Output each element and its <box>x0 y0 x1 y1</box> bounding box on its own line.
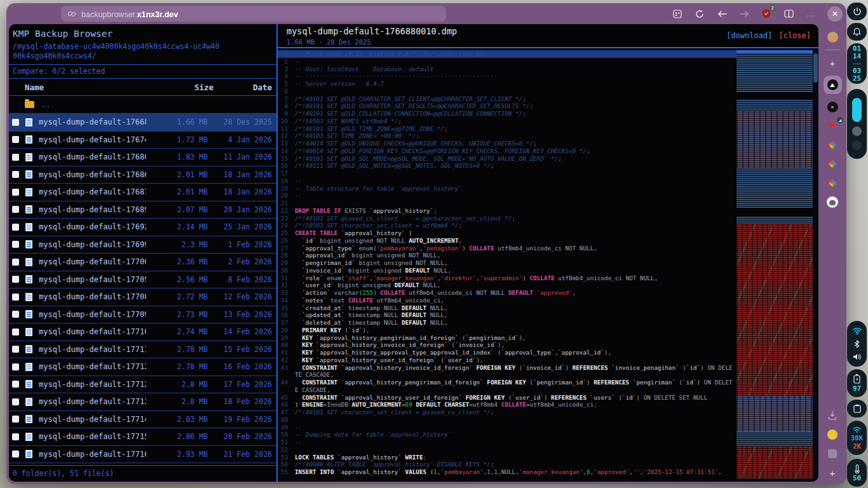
file-checkbox[interactable] <box>12 259 19 266</box>
download-button[interactable]: [download] <box>726 31 772 40</box>
tab-sparkle-favicon-2[interactable] <box>826 158 839 170</box>
file-row[interactable]: mysql-dump-default-1771372812.dmp 2.8 MB… <box>9 393 276 411</box>
file-row[interactable]: mysql-dump-default-1769299210.dmp 2.14 M… <box>9 219 276 236</box>
file-name: mysql-dump-default-1770887027.dmp <box>39 292 146 301</box>
tab-sparkle-favicon-3[interactable] <box>826 177 839 189</box>
column-size[interactable]: Size <box>158 83 214 92</box>
file-row[interactable]: mysql-dump-default-1768909332.dmp 2.07 M… <box>9 201 276 219</box>
line-number: 55 <box>278 468 295 476</box>
file-row[interactable]: mysql-dump-default-1767484816.dmp 1.72 M… <box>9 132 276 149</box>
viewer-file-title: mysql-dump-default-1766880010.dmp <box>287 26 457 36</box>
code-line: 26 `id` bigint unsigned NOT NULL AUTO_IN… <box>278 237 736 245</box>
downloads-icon[interactable] <box>826 409 839 422</box>
file-row[interactable]: mysql-dump-default-1771545611.dmp 2.86 M… <box>9 428 276 446</box>
file-checkbox[interactable] <box>12 294 19 301</box>
workspace-widget[interactable] <box>847 89 867 159</box>
file-checkbox[interactable] <box>12 451 19 458</box>
parent-directory-row[interactable]: .. <box>9 96 276 114</box>
battery-widget[interactable]: 97 <box>847 369 867 397</box>
minimap-section <box>736 100 813 111</box>
file-checkbox[interactable] <box>12 416 19 423</box>
emoji-yellow-icon[interactable] <box>826 428 839 441</box>
file-row[interactable]: mysql-dump-default-1771286406.dmp 2.8 MB… <box>9 376 276 394</box>
file-row[interactable]: mysql-dump-default-1768694414.dmp 2.01 M… <box>9 166 276 184</box>
tab-github-favicon[interactable] <box>826 196 839 208</box>
clipboard-button[interactable] <box>847 400 867 417</box>
window-close-icon[interactable]: ✕ <box>827 6 843 22</box>
file-checkbox[interactable] <box>12 206 19 213</box>
emoji-gray-icon[interactable] <box>826 447 839 460</box>
network-speed-widget[interactable]: 30K 2K <box>847 421 867 455</box>
scrollbar-thumb[interactable] <box>813 53 818 83</box>
tab-sparkle-favicon-1[interactable] <box>826 139 839 151</box>
file-row[interactable]: mysql-dump-default-1766880010.dmp 1.66 M… <box>9 114 276 132</box>
line-number: 27 <box>278 245 295 252</box>
file-checkbox[interactable] <box>12 363 19 370</box>
file-checkbox[interactable] <box>12 433 19 440</box>
file-date: 2 Feb 2026 <box>214 257 272 266</box>
split-view-icon[interactable] <box>783 8 794 20</box>
file-checkbox[interactable] <box>12 381 19 388</box>
file-list: mysql-dump-default-1766880010.dmp 1.66 M… <box>9 114 276 465</box>
grid-icon[interactable] <box>672 8 683 20</box>
active-tab[interactable] <box>824 76 842 94</box>
file-size: 2.3 MB <box>152 240 208 249</box>
parent-directory-label: .. <box>41 100 50 109</box>
file-row[interactable]: mysql-dump-default-1771459210.dmp 2.83 M… <box>9 411 276 429</box>
tab-emoji-favicon[interactable] <box>826 30 839 43</box>
file-row[interactable]: mysql-dump-default-1771113616.dmp 2.78 M… <box>9 341 276 359</box>
url-bar[interactable]: backupbrowser.x1nx3r.dev <box>61 6 446 22</box>
file-name: mysql-dump-default-1768726059.dmp <box>39 187 146 196</box>
file-row[interactable]: mysql-dump-default-1768089613.dmp 1.83 M… <box>9 149 276 166</box>
file-checkbox[interactable] <box>12 119 19 126</box>
column-name[interactable]: Name <box>25 83 158 92</box>
file-checkbox[interactable] <box>12 329 19 336</box>
file-row[interactable]: mysql-dump-default-1770032398.dmp 2.36 M… <box>9 254 276 271</box>
shield-icon[interactable]: 2 <box>761 8 772 20</box>
close-button[interactable]: [close] <box>778 31 811 40</box>
file-row[interactable]: mysql-dump-default-1770940815.dmp 2.73 M… <box>9 306 276 324</box>
code-line: 12 /*!40103 SET TIME_ZONE='+00:00' */; <box>278 132 736 140</box>
file-row[interactable]: mysql-dump-default-1771632009.dmp 2.93 M… <box>9 446 276 464</box>
more-icon[interactable]: … <box>805 8 817 20</box>
file-date: 8 Feb 2026 <box>214 275 272 284</box>
file-row[interactable]: mysql-dump-default-1768726059.dmp 2.01 M… <box>9 184 276 201</box>
workspace-dot[interactable] <box>852 126 862 136</box>
file-checkbox[interactable] <box>12 136 19 143</box>
column-date[interactable]: Date <box>214 83 272 92</box>
line-number: 15 <box>278 155 295 163</box>
sql-code-view[interactable]: 1 -- MySQL dump 10.13 Distrib 8.4.7, for… <box>278 48 736 482</box>
new-tab-icon[interactable]: + <box>826 57 839 69</box>
file-checkbox[interactable] <box>12 276 19 283</box>
file-checkbox[interactable] <box>12 346 19 353</box>
tab-x-favicon[interactable]: ✕ <box>826 100 839 113</box>
tab-heart-favicon[interactable]: ❤◢ <box>826 119 839 132</box>
file-checkbox[interactable] <box>12 224 19 231</box>
code-minimap[interactable] <box>736 48 813 482</box>
file-row[interactable]: mysql-dump-default-1771200006.dmp 2.78 M… <box>9 358 276 376</box>
active-workspace-indicator[interactable] <box>852 98 862 122</box>
code-line: 5 -- Server version 8.4.7 <box>278 80 736 88</box>
code-scrollbar[interactable] <box>813 48 818 482</box>
file-row[interactable]: mysql-dump-default-1771027213.dmp 2.74 M… <box>9 323 276 341</box>
file-size: 2.8 MB <box>152 397 208 406</box>
forward-icon[interactable] <box>738 8 750 20</box>
add-icon[interactable]: + <box>826 466 839 479</box>
reload-icon[interactable] <box>694 8 705 20</box>
file-checkbox[interactable] <box>12 398 19 405</box>
connectivity-widget[interactable] <box>847 321 867 367</box>
file-row[interactable]: mysql-dump-default-1770508824.dmp 2.56 M… <box>9 271 276 289</box>
notifications-button[interactable] <box>847 23 867 41</box>
back-icon[interactable] <box>716 8 728 20</box>
file-checkbox[interactable] <box>12 241 19 248</box>
file-checkbox[interactable] <box>12 189 19 196</box>
workspace-dot-inactive[interactable] <box>852 140 862 150</box>
file-checkbox[interactable] <box>12 154 19 161</box>
clock-widget[interactable]: 01 14 03 25 <box>847 43 867 84</box>
file-row[interactable]: mysql-dump-default-1769904034.dmp 2.3 MB… <box>9 236 276 254</box>
file-row[interactable]: mysql-dump-default-1770887027.dmp 2.72 M… <box>9 288 276 306</box>
file-checkbox[interactable] <box>12 171 19 178</box>
file-checkbox[interactable] <box>12 311 19 318</box>
temperature-widget[interactable]: 50 <box>847 459 867 487</box>
power-button[interactable] <box>847 3 867 20</box>
